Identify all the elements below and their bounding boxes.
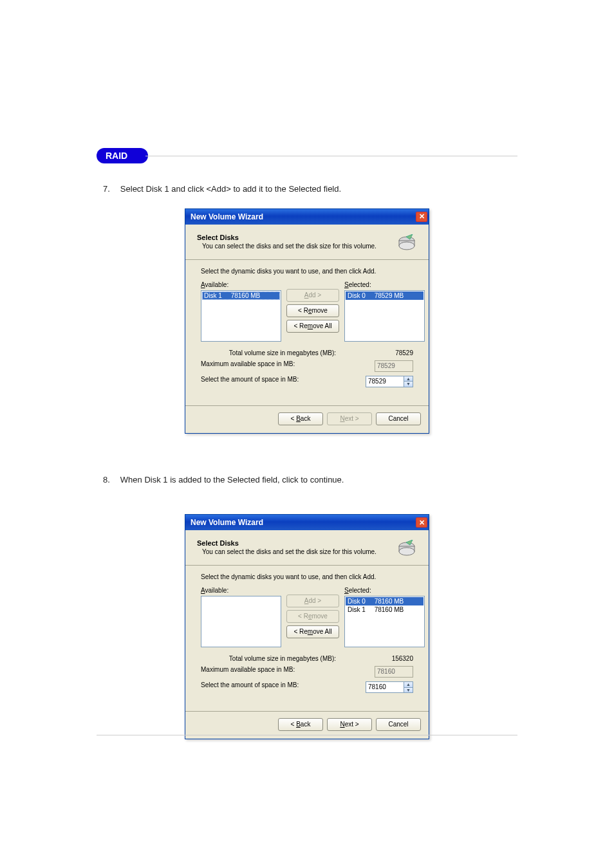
wizard-step-title: Select Disks [197, 234, 377, 241]
svg-point-5 [399, 548, 414, 555]
selected-listbox[interactable]: Disk 0 78160 MBDisk 1 78160 MB [344, 596, 425, 647]
back-button[interactable]: < Back [278, 412, 323, 425]
titlebar: New Volume Wizard ✕ [185, 209, 429, 225]
spin-down-icon[interactable]: ▼ [404, 688, 413, 693]
amount-spinner[interactable]: ▲ ▼ [404, 681, 413, 693]
max-space-label: Maximum available space in MB: [201, 360, 295, 372]
max-space-label: Maximum available space in MB: [201, 666, 295, 678]
section-rule [145, 156, 517, 156]
wizard-step-subtitle: You can select the disks and set the dis… [202, 243, 377, 250]
close-icon[interactable]: ✕ [416, 212, 427, 222]
disk-icon [396, 539, 417, 559]
spin-up-icon[interactable]: ▲ [404, 682, 413, 688]
remove-button: < Remove [286, 610, 339, 623]
list-item[interactable]: Disk 1 78160 MB [346, 605, 423, 614]
total-size-value: 156320 [375, 655, 413, 662]
close-icon[interactable]: ✕ [416, 517, 427, 528]
back-button[interactable]: < Back [278, 718, 323, 731]
step-7-text: 7. Select Disk 1 and click <Add> to add … [103, 183, 517, 196]
list-item[interactable]: Disk 0 78529 MB [346, 291, 423, 300]
page-footer [97, 735, 517, 739]
disk-icon [396, 234, 417, 253]
wizard-dialog: New Volume Wizard ✕ Select Disks You can… [185, 208, 429, 434]
amount-label: Select the amount of space in MB: [201, 681, 299, 693]
section-pill: RAID [97, 148, 148, 163]
list-item[interactable]: Disk 1 78160 MB [202, 291, 280, 300]
remove-all-button[interactable]: < Remove All [286, 625, 339, 638]
window-title: New Volume Wizard [191, 518, 263, 527]
instruction-text: Select the dynamic disks you want to use… [201, 573, 413, 580]
cancel-button[interactable]: Cancel [376, 718, 421, 731]
available-label: Available: [201, 587, 281, 594]
remove-all-button[interactable]: < Remove All [286, 320, 339, 333]
available-label: Available: [201, 281, 281, 288]
next-button: Next > [327, 412, 372, 425]
separator [185, 565, 429, 566]
max-space-value: 78529 [375, 360, 413, 372]
selected-label: Selected: [344, 587, 425, 594]
svg-point-2 [399, 242, 414, 250]
step-8-text: 8.When Disk 1 is added to the Selected f… [103, 474, 344, 486]
add-button: Add > [286, 595, 339, 607]
separator [185, 259, 429, 260]
spin-up-icon[interactable]: ▲ [404, 376, 413, 382]
wizard-dialog: New Volume Wizard ✕ Select Disks You can… [185, 514, 429, 739]
remove-button[interactable]: < Remove [286, 304, 339, 317]
available-listbox[interactable]: Disk 1 78160 MB [201, 290, 281, 342]
wizard-step-title: Select Disks [197, 539, 377, 547]
selected-listbox[interactable]: Disk 0 78529 MB [344, 290, 425, 342]
list-item[interactable]: Disk 0 78160 MB [346, 597, 423, 605]
cancel-button[interactable]: Cancel [376, 412, 421, 425]
window-title: New Volume Wizard [191, 212, 263, 221]
available-listbox[interactable] [201, 596, 281, 647]
spin-down-icon[interactable]: ▼ [404, 382, 413, 387]
amount-input[interactable]: 78160 [366, 681, 404, 693]
instruction-text: Select the dynamic disks you want to use… [201, 268, 413, 275]
total-size-label: Total volume size in megabytes (MB): [201, 655, 336, 662]
amount-input[interactable]: 78529 [366, 376, 404, 387]
next-button[interactable]: Next > [327, 718, 372, 731]
max-space-value: 78160 [375, 666, 413, 678]
wizard-step-subtitle: You can select the disks and set the dis… [202, 548, 377, 555]
selected-label: Selected: [344, 281, 425, 288]
total-size-value: 78529 [375, 349, 413, 356]
titlebar: New Volume Wizard ✕ [185, 515, 429, 530]
add-button: Add > [286, 289, 339, 302]
total-size-label: Total volume size in megabytes (MB): [201, 349, 336, 356]
amount-label: Select the amount of space in MB: [201, 376, 299, 387]
amount-spinner[interactable]: ▲ ▼ [404, 376, 413, 387]
